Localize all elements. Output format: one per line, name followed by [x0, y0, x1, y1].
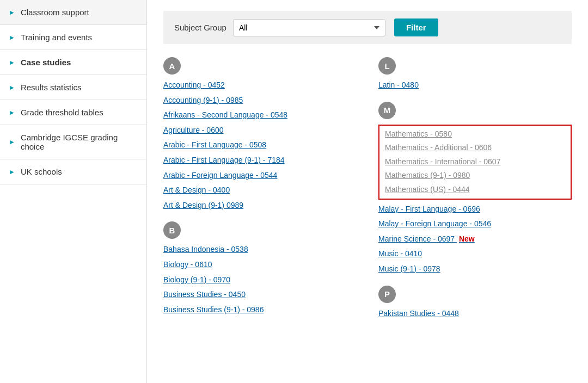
subject-link[interactable]: Biology (9-1) - 0970: [163, 275, 357, 286]
letter-badge-p: P: [378, 286, 396, 303]
sidebar-item-training-events[interactable]: ►Training and events: [0, 25, 146, 50]
subject-link[interactable]: Music (9-1) - 0978: [378, 264, 572, 275]
subject-link[interactable]: Arabic - First Language (9-1) - 7184: [163, 155, 357, 166]
sidebar-item-label: Case studies: [21, 58, 71, 67]
subject-link[interactable]: Art & Design (9-1) 0989: [163, 200, 357, 211]
subject-link[interactable]: Mathematics - International - 0607: [385, 157, 565, 168]
letter-badge-m: M: [378, 102, 396, 119]
subject-link[interactable]: Mathematics (US) - 0444: [385, 184, 565, 195]
sidebar-item-label: Grade threshold tables: [21, 108, 103, 117]
sidebar-item-results-statistics[interactable]: ►Results statistics: [0, 75, 146, 100]
subject-link[interactable]: Mathematics - Additional - 0606: [385, 143, 565, 153]
letter-section-l: LLatin - 0480: [378, 57, 572, 91]
letter-badge-l: L: [378, 57, 396, 75]
subject-grid: AAccounting - 0452Accounting (9-1) - 098…: [163, 57, 572, 330]
sidebar-item-label: UK schools: [21, 167, 62, 176]
subject-link[interactable]: Bahasa Indonesia - 0538: [163, 244, 357, 255]
subject-link[interactable]: Biology - 0610: [163, 260, 357, 270]
subject-link[interactable]: Arabic - First Language - 0508: [163, 140, 357, 151]
sidebar-item-label: Results statistics: [21, 83, 82, 92]
filter-button[interactable]: Filter: [394, 18, 438, 36]
subject-link[interactable]: Accounting - 0452: [163, 80, 357, 91]
chevron-icon: ►: [9, 9, 15, 16]
highlight-box: Mathematics - 0580Mathematics - Addition…: [378, 125, 572, 200]
sidebar-item-label: Classroom support: [21, 8, 89, 17]
subject-link[interactable]: Pakistan Studies - 0448: [378, 308, 572, 319]
subject-group-select[interactable]: AllSciencesLanguagesMathematicsHumanitie…: [233, 19, 385, 36]
sidebar: ►Classroom support►Training and events►C…: [0, 0, 147, 383]
chevron-icon: ►: [9, 59, 15, 66]
sidebar-item-label: Training and events: [21, 33, 92, 42]
filter-label: Subject Group: [174, 23, 226, 32]
subject-link[interactable]: Marine Science - 0697 New: [378, 234, 572, 245]
subject-link[interactable]: Mathematics (9-1) - 0980: [385, 170, 565, 181]
column-right: LLatin - 0480MMathematics - 0580Mathemat…: [378, 57, 572, 330]
main-content: Subject Group AllSciencesLanguagesMathem…: [147, 0, 588, 383]
letter-badge-b: B: [163, 221, 181, 239]
filter-bar: Subject Group AllSciencesLanguagesMathem…: [163, 11, 572, 44]
letter-section-a: AAccounting - 0452Accounting (9-1) - 098…: [163, 57, 357, 211]
new-badge: New: [459, 234, 475, 243]
sidebar-item-case-studies[interactable]: ►Case studies: [0, 50, 146, 75]
subject-link[interactable]: Afrikaans - Second Language - 0548: [163, 110, 357, 121]
subject-link[interactable]: Mathematics - 0580: [385, 129, 565, 140]
subject-link[interactable]: Latin - 0480: [378, 80, 572, 91]
sidebar-item-classroom-support[interactable]: ►Classroom support: [0, 0, 146, 25]
chevron-icon: ►: [9, 138, 15, 146]
subject-link[interactable]: Arabic - Foreign Language - 0544: [163, 170, 357, 181]
subject-link[interactable]: Art & Design - 0400: [163, 185, 357, 196]
chevron-icon: ►: [9, 109, 15, 116]
letter-section-m: MMathematics - 0580Mathematics - Additio…: [378, 102, 572, 275]
sidebar-item-grading-choice[interactable]: ►Cambridge IGCSE grading choice: [0, 125, 146, 159]
column-left: AAccounting - 0452Accounting (9-1) - 098…: [163, 57, 357, 326]
sidebar-item-label: Cambridge IGCSE grading choice: [21, 133, 138, 151]
chevron-icon: ►: [9, 34, 15, 41]
chevron-icon: ►: [9, 168, 15, 176]
letter-badge-a: A: [163, 57, 181, 75]
sidebar-item-grade-threshold[interactable]: ►Grade threshold tables: [0, 100, 146, 125]
subject-link[interactable]: Music - 0410: [378, 249, 572, 260]
letter-section-b: BBahasa Indonesia - 0538Biology - 0610Bi…: [163, 221, 357, 315]
subject-link[interactable]: Business Studies (9-1) - 0986: [163, 305, 357, 316]
subject-link[interactable]: Malay - Foreign Language - 0546: [378, 219, 572, 230]
letter-section-p: PPakistan Studies - 0448: [378, 286, 572, 319]
subject-link[interactable]: Malay - First Language - 0696: [378, 204, 572, 215]
subject-link[interactable]: Accounting (9-1) - 0985: [163, 95, 357, 106]
subject-link[interactable]: Business Studies - 0450: [163, 289, 357, 300]
subject-link[interactable]: Agriculture - 0600: [163, 125, 357, 136]
sidebar-item-uk-schools[interactable]: ►UK schools: [0, 159, 146, 184]
chevron-icon: ►: [9, 84, 15, 91]
